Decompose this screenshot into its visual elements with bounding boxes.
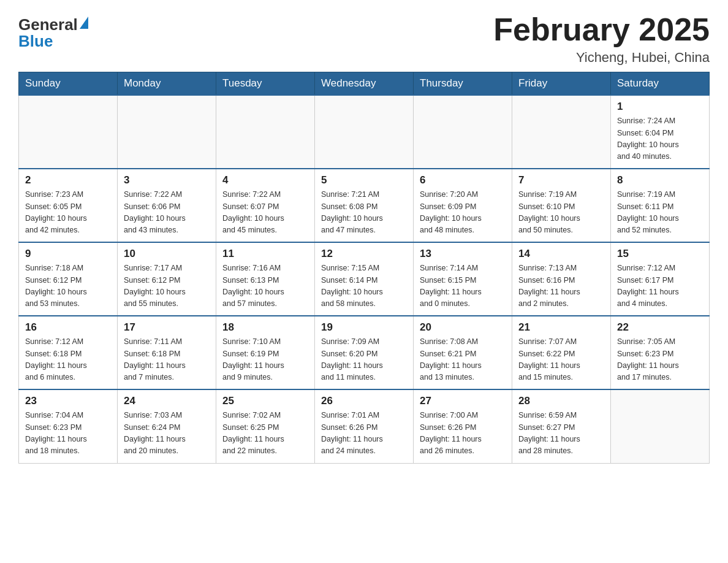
day-number: 14 (518, 248, 604, 260)
calendar-cell: 12Sunrise: 7:15 AM Sunset: 6:14 PM Dayli… (315, 242, 414, 316)
day-info: Sunrise: 7:00 AM Sunset: 6:26 PM Dayligh… (420, 410, 506, 458)
calendar-cell (216, 95, 315, 169)
day-number: 24 (124, 395, 210, 407)
calendar-week-5: 23Sunrise: 7:04 AM Sunset: 6:23 PM Dayli… (19, 389, 710, 463)
title-section: February 2025 Yicheng, Hubei, China (493, 12, 710, 66)
day-number: 20 (420, 321, 506, 334)
day-number: 28 (518, 395, 604, 407)
day-info: Sunrise: 7:22 AM Sunset: 6:07 PM Dayligh… (222, 189, 308, 237)
calendar-cell: 28Sunrise: 6:59 AM Sunset: 6:27 PM Dayli… (512, 389, 611, 463)
day-number: 26 (321, 395, 407, 407)
day-info: Sunrise: 7:12 AM Sunset: 6:18 PM Dayligh… (25, 336, 111, 384)
day-info: Sunrise: 7:03 AM Sunset: 6:24 PM Dayligh… (124, 410, 210, 458)
calendar-cell (512, 95, 611, 169)
day-info: Sunrise: 7:08 AM Sunset: 6:21 PM Dayligh… (420, 336, 506, 384)
weekday-header-monday: Monday (118, 72, 216, 96)
day-info: Sunrise: 7:19 AM Sunset: 6:10 PM Dayligh… (518, 189, 604, 237)
calendar-cell: 16Sunrise: 7:12 AM Sunset: 6:18 PM Dayli… (19, 316, 118, 389)
calendar-cell: 5Sunrise: 7:21 AM Sunset: 6:08 PM Daylig… (315, 169, 414, 242)
day-number: 3 (124, 174, 210, 186)
day-number: 13 (420, 248, 506, 260)
calendar-week-2: 2Sunrise: 7:23 AM Sunset: 6:05 PM Daylig… (19, 169, 710, 242)
calendar-cell: 17Sunrise: 7:11 AM Sunset: 6:18 PM Dayli… (118, 316, 216, 389)
calendar-cell (118, 95, 216, 169)
day-number: 10 (124, 248, 210, 260)
day-info: Sunrise: 7:16 AM Sunset: 6:13 PM Dayligh… (222, 262, 308, 310)
day-info: Sunrise: 7:15 AM Sunset: 6:14 PM Dayligh… (321, 262, 407, 310)
calendar-cell: 11Sunrise: 7:16 AM Sunset: 6:13 PM Dayli… (216, 242, 315, 316)
calendar-cell: 22Sunrise: 7:05 AM Sunset: 6:23 PM Dayli… (611, 316, 710, 389)
calendar-cell: 7Sunrise: 7:19 AM Sunset: 6:10 PM Daylig… (512, 169, 611, 242)
day-number: 11 (222, 248, 308, 260)
calendar-cell: 21Sunrise: 7:07 AM Sunset: 6:22 PM Dayli… (512, 316, 611, 389)
day-number: 2 (25, 174, 111, 186)
day-info: Sunrise: 6:59 AM Sunset: 6:27 PM Dayligh… (518, 410, 604, 458)
day-number: 21 (518, 321, 604, 334)
day-info: Sunrise: 7:19 AM Sunset: 6:11 PM Dayligh… (617, 189, 703, 237)
calendar-cell: 19Sunrise: 7:09 AM Sunset: 6:20 PM Dayli… (315, 316, 414, 389)
day-number: 1 (617, 101, 703, 113)
calendar-cell: 24Sunrise: 7:03 AM Sunset: 6:24 PM Dayli… (118, 389, 216, 463)
calendar-cell (315, 95, 414, 169)
day-info: Sunrise: 7:18 AM Sunset: 6:12 PM Dayligh… (25, 262, 111, 310)
day-number: 18 (222, 321, 308, 334)
day-number: 4 (222, 174, 308, 186)
day-number: 27 (420, 395, 506, 407)
day-number: 7 (518, 174, 604, 186)
day-number: 23 (25, 395, 111, 407)
day-info: Sunrise: 7:14 AM Sunset: 6:15 PM Dayligh… (420, 262, 506, 310)
calendar-subtitle: Yicheng, Hubei, China (493, 50, 710, 66)
day-info: Sunrise: 7:21 AM Sunset: 6:08 PM Dayligh… (321, 189, 407, 237)
calendar-cell: 4Sunrise: 7:22 AM Sunset: 6:07 PM Daylig… (216, 169, 315, 242)
calendar-cell: 2Sunrise: 7:23 AM Sunset: 6:05 PM Daylig… (19, 169, 118, 242)
calendar-cell: 1Sunrise: 7:24 AM Sunset: 6:04 PM Daylig… (611, 95, 710, 169)
calendar-cell (414, 95, 512, 169)
calendar-week-3: 9Sunrise: 7:18 AM Sunset: 6:12 PM Daylig… (19, 242, 710, 316)
day-number: 12 (321, 248, 407, 260)
page-header: General Blue February 2025 Yicheng, Hube… (18, 12, 710, 66)
day-number: 17 (124, 321, 210, 334)
day-info: Sunrise: 7:04 AM Sunset: 6:23 PM Dayligh… (25, 410, 111, 458)
day-number: 25 (222, 395, 308, 407)
logo: General Blue (18, 15, 88, 51)
day-info: Sunrise: 7:23 AM Sunset: 6:05 PM Dayligh… (25, 189, 111, 237)
day-info: Sunrise: 7:13 AM Sunset: 6:16 PM Dayligh… (518, 262, 604, 310)
day-info: Sunrise: 7:01 AM Sunset: 6:26 PM Dayligh… (321, 410, 407, 458)
day-info: Sunrise: 7:11 AM Sunset: 6:18 PM Dayligh… (124, 336, 210, 384)
calendar-cell: 27Sunrise: 7:00 AM Sunset: 6:26 PM Dayli… (414, 389, 512, 463)
calendar-cell: 23Sunrise: 7:04 AM Sunset: 6:23 PM Dayli… (19, 389, 118, 463)
calendar-cell: 3Sunrise: 7:22 AM Sunset: 6:06 PM Daylig… (118, 169, 216, 242)
day-info: Sunrise: 7:12 AM Sunset: 6:17 PM Dayligh… (617, 262, 703, 310)
calendar-title: February 2025 (493, 12, 710, 47)
day-info: Sunrise: 7:09 AM Sunset: 6:20 PM Dayligh… (321, 336, 407, 384)
calendar-cell: 25Sunrise: 7:02 AM Sunset: 6:25 PM Dayli… (216, 389, 315, 463)
day-number: 22 (617, 321, 703, 334)
day-info: Sunrise: 7:24 AM Sunset: 6:04 PM Dayligh… (617, 115, 703, 163)
day-info: Sunrise: 7:22 AM Sunset: 6:06 PM Dayligh… (124, 189, 210, 237)
day-info: Sunrise: 7:17 AM Sunset: 6:12 PM Dayligh… (124, 262, 210, 310)
weekday-header-thursday: Thursday (414, 72, 512, 96)
calendar-cell: 13Sunrise: 7:14 AM Sunset: 6:15 PM Dayli… (414, 242, 512, 316)
calendar-cell: 9Sunrise: 7:18 AM Sunset: 6:12 PM Daylig… (19, 242, 118, 316)
calendar-cell: 14Sunrise: 7:13 AM Sunset: 6:16 PM Dayli… (512, 242, 611, 316)
weekday-header-tuesday: Tuesday (216, 72, 315, 96)
weekday-header-saturday: Saturday (611, 72, 710, 96)
day-number: 8 (617, 174, 703, 186)
logo-blue-text: Blue (18, 32, 88, 51)
calendar-table: SundayMondayTuesdayWednesdayThursdayFrid… (18, 72, 710, 464)
calendar-cell (611, 389, 710, 463)
weekday-header-row: SundayMondayTuesdayWednesdayThursdayFrid… (19, 72, 710, 96)
calendar-cell: 10Sunrise: 7:17 AM Sunset: 6:12 PM Dayli… (118, 242, 216, 316)
day-number: 16 (25, 321, 111, 334)
weekday-header-wednesday: Wednesday (315, 72, 414, 96)
day-info: Sunrise: 7:05 AM Sunset: 6:23 PM Dayligh… (617, 336, 703, 384)
calendar-week-4: 16Sunrise: 7:12 AM Sunset: 6:18 PM Dayli… (19, 316, 710, 389)
day-number: 9 (25, 248, 111, 260)
weekday-header-sunday: Sunday (19, 72, 118, 96)
day-number: 5 (321, 174, 407, 186)
day-info: Sunrise: 7:07 AM Sunset: 6:22 PM Dayligh… (518, 336, 604, 384)
calendar-cell: 6Sunrise: 7:20 AM Sunset: 6:09 PM Daylig… (414, 169, 512, 242)
calendar-cell: 20Sunrise: 7:08 AM Sunset: 6:21 PM Dayli… (414, 316, 512, 389)
day-info: Sunrise: 7:20 AM Sunset: 6:09 PM Dayligh… (420, 189, 506, 237)
day-number: 6 (420, 174, 506, 186)
